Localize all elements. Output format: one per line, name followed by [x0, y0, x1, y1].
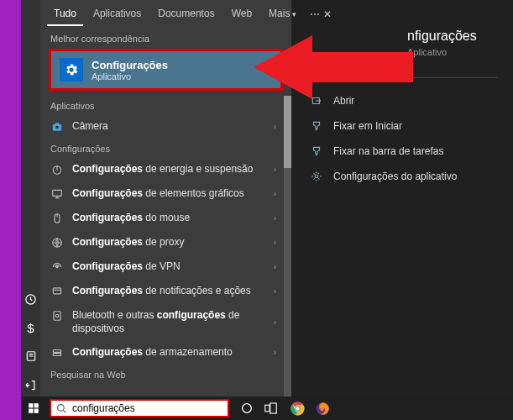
detail-action[interactable]: Abrir — [306, 88, 498, 113]
result-item[interactable]: Câmera› — [40, 114, 291, 139]
svg-rect-10 — [53, 288, 60, 294]
chevron-right-icon: › — [274, 286, 276, 296]
tab-more[interactable]: Mais — [262, 3, 303, 26]
best-match-title: Configurações — [92, 59, 168, 71]
svg-rect-21 — [34, 409, 39, 413]
result-label: Configurações de energia e suspensão — [72, 162, 253, 176]
section-apps: Aplicativos — [40, 96, 291, 114]
notify-icon — [50, 285, 64, 298]
results-list: Aplicativos Câmera› Configurações Config… — [40, 96, 291, 396]
bluetooth-icon — [50, 309, 64, 323]
svg-point-9 — [56, 266, 58, 268]
svg-rect-11 — [54, 312, 60, 321]
tab-docs[interactable]: Documentos — [151, 3, 221, 26]
svg-rect-18 — [29, 403, 33, 407]
start-button[interactable] — [21, 396, 46, 420]
svg-point-16 — [315, 175, 318, 178]
result-item[interactable]: Configurações de proxy› — [40, 230, 291, 255]
tab-web[interactable]: Web — [225, 3, 259, 26]
scrollbar-thumb[interactable] — [284, 96, 291, 168]
close-icon[interactable]: ✕ — [323, 3, 332, 25]
rail-notes-icon[interactable] — [24, 349, 38, 363]
power-icon — [50, 163, 64, 176]
result-label: Configurações do mouse — [72, 211, 190, 224]
svg-rect-20 — [29, 409, 33, 413]
result-label: Bluetooth e outras configurações de disp… — [72, 308, 265, 335]
tab-all[interactable]: Tudo — [47, 3, 83, 26]
result-label: Câmera — [72, 119, 108, 133]
svg-rect-25 — [270, 403, 277, 413]
section-best-match: Melhor correspondência — [40, 29, 291, 47]
result-label: Configurações de elementos gráficos — [72, 186, 244, 200]
search-tabs: Tudo Aplicativos Documentos Web Mais ⋯ ✕ — [40, 0, 291, 29]
pin-task-icon — [310, 144, 323, 158]
action-label: Abrir — [333, 95, 354, 107]
rail-dollar-icon[interactable]: $ — [24, 321, 38, 334]
chevron-right-icon: › — [274, 213, 276, 223]
detail-action[interactable]: Fixar em Iniciar — [306, 113, 498, 139]
rail-clock-icon[interactable] — [24, 292, 38, 306]
display-icon — [50, 187, 64, 201]
chevron-right-icon: › — [274, 348, 276, 357]
result-item[interactable]: Configurações de notificações e ações› — [40, 279, 291, 303]
svg-point-3 — [55, 126, 59, 129]
detail-title: nfigurações — [306, 29, 498, 44]
section-settings: Configurações — [40, 139, 291, 157]
result-item[interactable]: Configurações de VPN› — [40, 255, 291, 279]
pin-start-icon — [310, 119, 323, 133]
mouse-icon — [50, 212, 64, 225]
taskbar-chrome-icon[interactable] — [288, 399, 306, 417]
chevron-right-icon: › — [274, 122, 276, 131]
gear-icon — [60, 58, 83, 81]
detail-panel: nfigurações Aplicativo AbrirFixar em Ini… — [291, 0, 513, 396]
svg-point-23 — [243, 404, 252, 413]
svg-point-22 — [58, 404, 65, 411]
camera-icon — [50, 120, 64, 134]
action-label: Fixar na barra de tarefas — [333, 145, 443, 157]
rail-signout-icon[interactable] — [24, 378, 38, 391]
svg-rect-4 — [55, 123, 60, 124]
taskbar-taskview-icon[interactable] — [263, 399, 281, 417]
svg-point-29 — [296, 407, 300, 411]
result-item[interactable]: Bluetooth e outras configurações de disp… — [40, 303, 291, 340]
chevron-right-icon: › — [274, 262, 276, 271]
chevron-right-icon: › — [274, 189, 276, 198]
separator — [306, 77, 498, 78]
action-label: Configurações do aplicativo — [333, 171, 457, 182]
svg-rect-6 — [53, 190, 62, 196]
result-label: Configurações de proxy — [72, 235, 184, 249]
action-label: Fixar em Iniciar — [333, 120, 402, 132]
chevron-right-icon: › — [274, 318, 276, 327]
taskbar-search-box[interactable] — [50, 399, 229, 417]
taskbar — [21, 396, 513, 420]
search-input[interactable] — [72, 402, 222, 414]
storage-icon — [50, 346, 64, 360]
taskbar-cortana-icon[interactable] — [238, 399, 256, 417]
result-item[interactable]: Configurações de armazenamento› — [40, 340, 291, 365]
more-options-icon[interactable]: ⋯ — [310, 3, 320, 25]
tab-apps[interactable]: Aplicativos — [86, 3, 148, 26]
svg-rect-24 — [265, 405, 270, 412]
chevron-right-icon: › — [274, 165, 276, 174]
best-match-result[interactable]: Configurações Aplicativo — [49, 49, 283, 91]
result-item[interactable]: Configurações de elementos gráficos› — [40, 181, 291, 206]
result-item[interactable]: Configurações de energia e suspensão› — [40, 157, 291, 181]
svg-point-12 — [55, 314, 59, 318]
section-web: Pesquisar na Web — [40, 365, 291, 383]
best-match-subtitle: Aplicativo — [92, 71, 168, 81]
result-label: Configurações de VPN — [72, 260, 181, 273]
result-item[interactable]: Configurações do mouse› — [40, 206, 291, 230]
taskbar-firefox-icon[interactable] — [313, 399, 332, 417]
svg-rect-13 — [53, 350, 60, 353]
svg-rect-14 — [53, 354, 60, 356]
gear-icon — [310, 170, 323, 183]
result-label: Configurações de notificações e ações — [72, 284, 251, 297]
svg-rect-19 — [34, 403, 39, 407]
detail-action[interactable]: Configurações do aplicativo — [306, 164, 498, 189]
start-left-rail: $ — [21, 0, 40, 396]
search-icon — [56, 403, 67, 414]
detail-subtitle: Aplicativo — [306, 47, 498, 57]
vpn-icon — [50, 260, 64, 274]
result-label: Configurações de armazenamento — [72, 345, 233, 359]
detail-action[interactable]: Fixar na barra de tarefas — [306, 139, 498, 164]
